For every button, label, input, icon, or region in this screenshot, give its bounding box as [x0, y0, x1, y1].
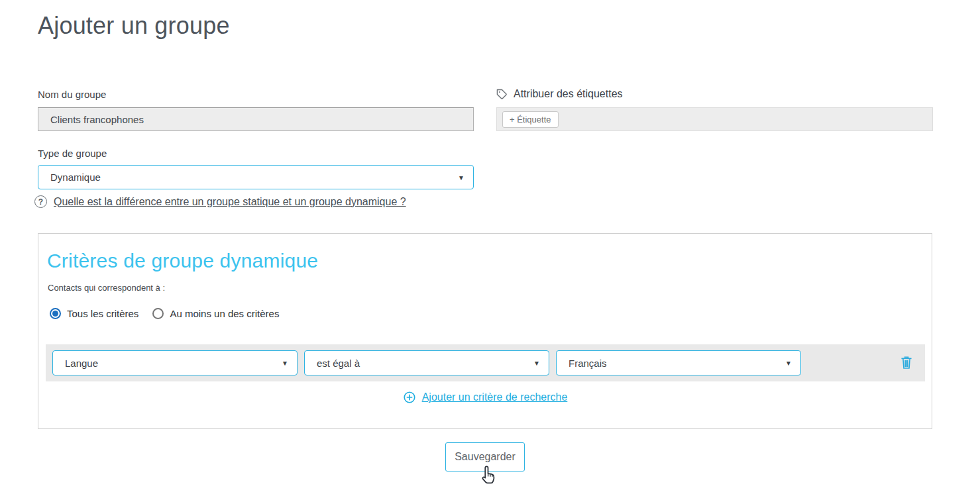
criteria-operator-value: est égal à: [317, 358, 360, 369]
save-button[interactable]: Sauvegarder: [445, 442, 525, 471]
radio-all-criteria[interactable]: Tous les critères: [50, 308, 138, 319]
group-type-value: Dynamique: [50, 172, 101, 183]
criteria-row: Langue ▼ est égal à ▼ Français ▼: [46, 344, 925, 381]
help-row: ? Quelle est la différence entre un grou…: [34, 195, 406, 208]
chevron-down-icon: ▼: [282, 360, 288, 367]
tags-bar: + Étiquette: [496, 107, 933, 131]
criteria-field-select[interactable]: Langue ▼: [52, 350, 298, 375]
radio-all-label: Tous les critères: [67, 308, 138, 319]
dynamic-criteria-section: Critères de groupe dynamique Contacts qu…: [38, 233, 932, 429]
radio-any-criteria[interactable]: Au moins un des critères: [152, 308, 279, 319]
add-group-page: Ajouter un groupe Nom du groupe Attribue…: [0, 0, 980, 496]
criteria-value-select[interactable]: Français ▼: [556, 350, 801, 375]
chevron-down-icon: ▼: [533, 360, 540, 367]
chevron-down-icon: ▼: [785, 360, 792, 367]
match-mode-radios: Tous les critères Au moins un des critèr…: [50, 308, 279, 319]
assign-tags-label: Attribuer des étiquettes: [514, 88, 623, 100]
add-tag-button[interactable]: + Étiquette: [502, 111, 559, 128]
trash-icon: [899, 355, 914, 371]
criteria-operator-select[interactable]: est égal à ▼: [304, 350, 549, 375]
group-type-select[interactable]: Dynamique ▼: [38, 165, 474, 189]
question-icon: ?: [34, 195, 47, 208]
tag-icon: [496, 89, 508, 100]
criteria-title: Critères de groupe dynamique: [47, 250, 318, 272]
group-name-input[interactable]: [38, 107, 474, 131]
radio-selected-icon: [50, 308, 61, 319]
chevron-down-icon: ▼: [458, 174, 464, 181]
group-type-help-link[interactable]: Quelle est la différence entre un groupe…: [54, 196, 406, 208]
delete-criteria-button[interactable]: [899, 355, 914, 371]
criteria-subtitle: Contacts qui correspondent à :: [48, 283, 165, 293]
group-type-label: Type de groupe: [38, 148, 107, 159]
add-criteria-row: Ajouter un critère de recherche: [38, 391, 932, 404]
radio-any-label: Au moins un des critères: [170, 308, 279, 319]
add-criteria-link[interactable]: Ajouter un critère de recherche: [422, 391, 568, 403]
group-name-label: Nom du groupe: [38, 89, 106, 100]
criteria-value-value: Français: [569, 358, 607, 369]
page-title: Ajouter un groupe: [38, 12, 230, 40]
assign-tags-header: Attribuer des étiquettes: [496, 88, 623, 100]
radio-unselected-icon: [152, 308, 164, 319]
plus-circle-icon: [403, 391, 416, 404]
criteria-field-value: Langue: [65, 358, 98, 369]
